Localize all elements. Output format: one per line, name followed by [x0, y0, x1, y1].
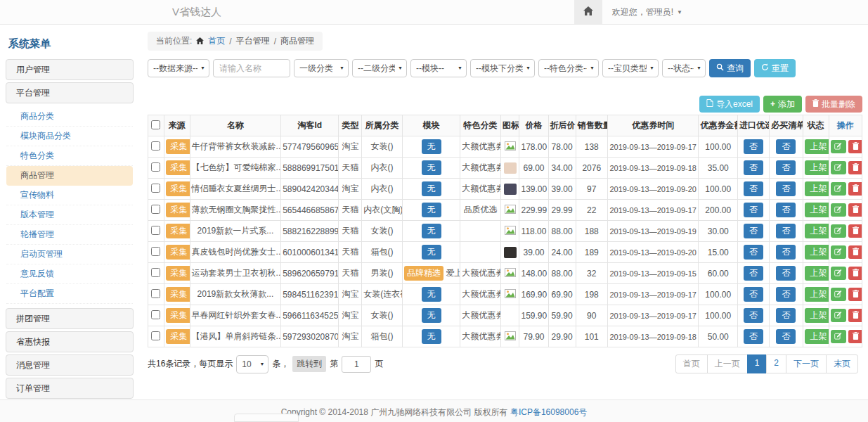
- pagination-button-4[interactable]: 下一页: [786, 354, 827, 373]
- row-checkbox[interactable]: [151, 184, 160, 193]
- delete-button[interactable]: [848, 140, 862, 153]
- edit-button[interactable]: [831, 203, 846, 217]
- import-select-toggle[interactable]: 否: [744, 266, 763, 281]
- sidebar-group-bottom-0[interactable]: 拼团管理: [6, 308, 134, 329]
- sidebar-subitem-0[interactable]: 商品分类: [6, 107, 133, 127]
- delete-button[interactable]: [848, 309, 862, 322]
- reset-button[interactable]: 重置: [754, 59, 796, 77]
- module-none-button[interactable]: 无: [422, 160, 441, 175]
- pagination-button-3[interactable]: 2: [766, 354, 786, 373]
- status-on-shelf-button[interactable]: 上架: [805, 139, 829, 154]
- delete-button[interactable]: [848, 224, 862, 238]
- sidebar-subitem-5[interactable]: 版本管理: [6, 205, 133, 225]
- pagination-button-2[interactable]: 1: [747, 354, 767, 373]
- row-checkbox[interactable]: [151, 289, 160, 298]
- row-checkbox[interactable]: [151, 141, 160, 151]
- edit-button[interactable]: [831, 288, 846, 301]
- home-button[interactable]: [574, 0, 602, 24]
- delete-button[interactable]: [848, 267, 862, 280]
- must-buy-toggle[interactable]: 否: [776, 308, 796, 323]
- status-on-shelf-button[interactable]: 上架: [805, 308, 829, 323]
- status-on-shelf-button[interactable]: 上架: [805, 160, 829, 175]
- level2-category-select[interactable]: --二级分类--: [352, 59, 407, 77]
- name-search-input[interactable]: [213, 59, 290, 77]
- sidebar-subitem-7[interactable]: 启动页管理: [6, 245, 133, 264]
- must-buy-toggle[interactable]: 否: [776, 181, 796, 196]
- search-button[interactable]: 查询: [709, 59, 751, 77]
- must-buy-toggle[interactable]: 否: [776, 287, 796, 302]
- data-source-select[interactable]: --数据来源--: [148, 59, 209, 77]
- pagination-button-1[interactable]: 上一页: [707, 354, 748, 373]
- pagination-button-0[interactable]: 首页: [675, 354, 708, 373]
- sidebar-group-bottom-3[interactable]: 订单管理: [6, 378, 134, 399]
- sidebar-subitem-6[interactable]: 轮播管理: [6, 225, 133, 245]
- status-select[interactable]: --状态--: [662, 59, 706, 77]
- status-on-shelf-button[interactable]: 上架: [805, 287, 829, 302]
- status-on-shelf-button[interactable]: 上架: [805, 266, 829, 281]
- edit-button[interactable]: [831, 161, 846, 174]
- import-select-toggle[interactable]: 否: [744, 139, 763, 154]
- import-select-toggle[interactable]: 否: [744, 308, 763, 323]
- module-none-button[interactable]: 无: [422, 139, 441, 154]
- module-sub-select[interactable]: --模块下分类--: [470, 59, 535, 77]
- module-none-button[interactable]: 无: [422, 224, 441, 238]
- edit-button[interactable]: [831, 245, 846, 259]
- sidebar-group-platform-mgmt[interactable]: 平台管理: [6, 82, 134, 103]
- batch-delete-button[interactable]: 批量删除: [805, 96, 862, 113]
- status-on-shelf-button[interactable]: 上架: [805, 181, 829, 196]
- delete-button[interactable]: [848, 161, 862, 174]
- sidebar-group-user-mgmt[interactable]: 用户管理: [6, 59, 134, 80]
- status-on-shelf-button[interactable]: 上架: [805, 329, 829, 344]
- import-select-toggle[interactable]: 否: [744, 245, 763, 260]
- page-number-input[interactable]: [342, 356, 371, 373]
- pagination-button-5[interactable]: 末页: [826, 354, 858, 373]
- icp-link[interactable]: 粤ICP备16098006号: [510, 407, 587, 417]
- module-none-button[interactable]: 无: [422, 245, 441, 260]
- row-checkbox[interactable]: [151, 162, 160, 172]
- import-excel-button[interactable]: 导入excel: [699, 96, 760, 113]
- module-select[interactable]: --模块--: [410, 59, 467, 77]
- delete-button[interactable]: [848, 288, 862, 301]
- edit-button[interactable]: [831, 182, 846, 196]
- row-checkbox[interactable]: [151, 205, 160, 214]
- must-buy-toggle[interactable]: 否: [776, 266, 796, 281]
- status-on-shelf-button[interactable]: 上架: [805, 203, 829, 217]
- must-buy-toggle[interactable]: 否: [776, 245, 796, 260]
- must-buy-toggle[interactable]: 否: [776, 203, 796, 217]
- module-none-button[interactable]: 无: [422, 287, 441, 302]
- delete-button[interactable]: [848, 182, 862, 196]
- feature-category-select[interactable]: --特色分类--: [538, 59, 599, 77]
- import-select-toggle[interactable]: 否: [744, 224, 763, 238]
- sidebar-subitem-4[interactable]: 宣传物料: [6, 186, 133, 205]
- module-none-button[interactable]: 无: [422, 181, 441, 196]
- import-select-toggle[interactable]: 否: [744, 329, 763, 344]
- row-checkbox[interactable]: [151, 331, 160, 340]
- sidebar-subitem-8[interactable]: 意见反馈: [6, 264, 133, 284]
- must-buy-toggle[interactable]: 否: [776, 329, 796, 344]
- import-select-toggle[interactable]: 否: [744, 287, 763, 302]
- edit-button[interactable]: [831, 267, 846, 280]
- sidebar-subitem-9[interactable]: 平台配置: [6, 284, 133, 304]
- sidebar-group-bottom-1[interactable]: 省惠快报: [6, 331, 134, 352]
- edit-button[interactable]: [831, 330, 846, 343]
- edit-button[interactable]: [831, 140, 846, 153]
- import-select-toggle[interactable]: 否: [744, 181, 763, 196]
- must-buy-toggle[interactable]: 否: [776, 160, 796, 175]
- item-type-select[interactable]: --宝贝类型--: [602, 59, 659, 77]
- import-select-toggle[interactable]: 否: [744, 160, 763, 175]
- select-all-checkbox[interactable]: [151, 120, 160, 129]
- status-on-shelf-button[interactable]: 上架: [805, 245, 829, 260]
- delete-button[interactable]: [848, 203, 862, 217]
- sidebar-subitem-1[interactable]: 模块商品分类: [6, 127, 133, 146]
- module-none-button[interactable]: 无: [422, 203, 441, 217]
- breadcrumb-home-link[interactable]: 首页: [208, 35, 225, 47]
- per-page-select[interactable]: 10: [236, 355, 268, 373]
- add-button[interactable]: + 添加: [763, 96, 802, 113]
- delete-button[interactable]: [848, 245, 862, 259]
- row-checkbox[interactable]: [151, 310, 160, 319]
- module-none-button[interactable]: 无: [422, 308, 441, 323]
- level1-category-select[interactable]: 一级分类: [294, 59, 349, 77]
- must-buy-toggle[interactable]: 否: [776, 139, 796, 154]
- module-none-button[interactable]: 无: [422, 329, 441, 344]
- row-checkbox[interactable]: [151, 226, 160, 235]
